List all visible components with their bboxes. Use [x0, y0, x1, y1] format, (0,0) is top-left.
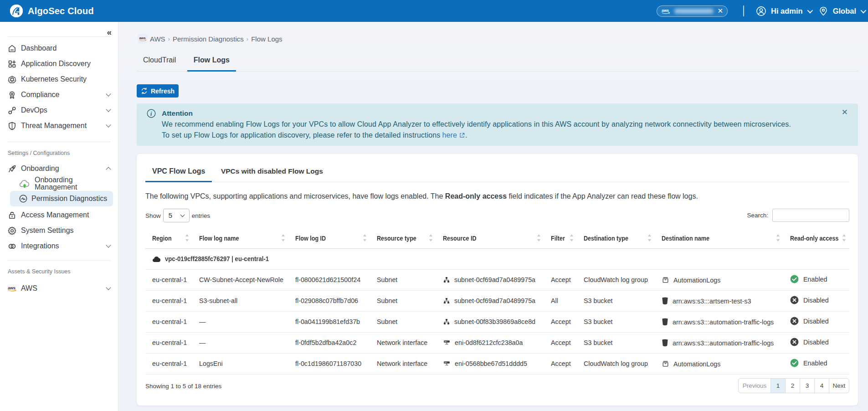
svg-text:aws: aws: [139, 36, 145, 40]
svg-text:aws: aws: [662, 8, 669, 12]
svg-text:i: i: [150, 111, 152, 117]
svg-text:aws: aws: [8, 286, 15, 290]
